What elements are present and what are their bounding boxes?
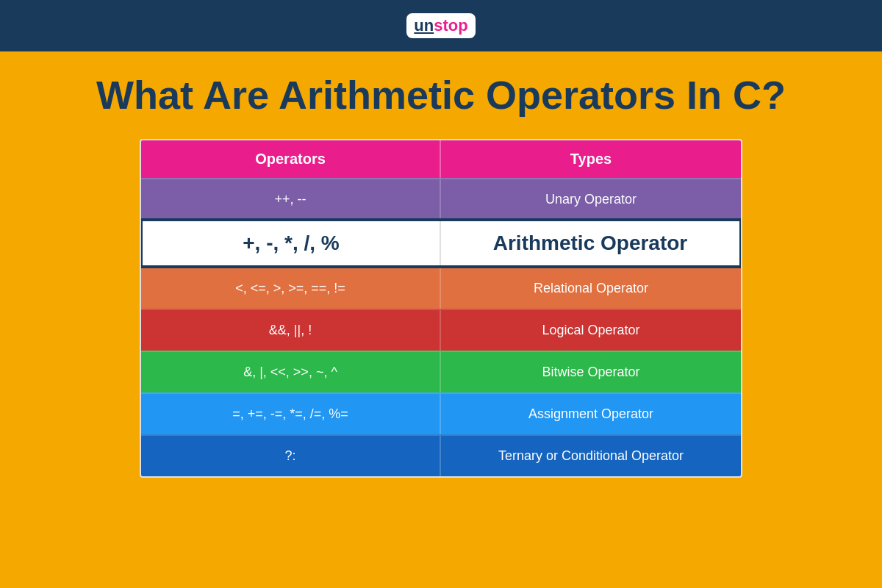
type-cell: Unary Operator: [441, 179, 741, 220]
type-cell: Logical Operator: [441, 310, 741, 351]
operator-cell: ++, --: [141, 179, 441, 220]
page-title: What Are Arithmetic Operators In C?: [96, 74, 786, 117]
table-row: <, <=, >, >=, ==, != Relational Operator: [141, 267, 741, 309]
table-row: ?: Ternary or Conditional Operator: [141, 434, 741, 476]
logo-box: unstop: [406, 13, 475, 38]
main-content: What Are Arithmetic Operators In C? Oper…: [0, 51, 882, 588]
logo: unstop: [414, 16, 467, 35]
type-cell: Arithmetic Operator: [441, 221, 739, 265]
table-body: ++, -- Unary Operator +, -, *, /, % Arit…: [141, 178, 741, 476]
operator-cell: <, <=, >, >=, ==, !=: [141, 268, 441, 309]
operator-cell: ?:: [141, 436, 441, 476]
header: unstop: [0, 0, 882, 51]
type-cell: Bitwise Operator: [441, 352, 741, 392]
table-row: =, +=, -=, *=, /=, %= Assignment Operato…: [141, 392, 741, 434]
table-row: &, |, <<, >>, ~, ^ Bitwise Operator: [141, 351, 741, 392]
logo-stop: stop: [434, 16, 467, 35]
logo-container: unstop: [406, 13, 475, 38]
type-cell: Relational Operator: [441, 268, 741, 309]
type-cell: Ternary or Conditional Operator: [441, 436, 741, 476]
operator-cell: &&, ||, !: [141, 310, 441, 351]
col2-header: Types: [441, 140, 741, 178]
operator-cell: &, |, <<, >>, ~, ^: [141, 352, 441, 392]
table-row: &&, ||, ! Logical Operator: [141, 309, 741, 351]
table-row: +, -, *, /, % Arithmetic Operator: [140, 218, 742, 268]
logo-un: un: [414, 16, 434, 35]
table-row: ++, -- Unary Operator: [141, 178, 741, 220]
table-header: Operators Types: [141, 140, 741, 178]
col1-header: Operators: [141, 140, 441, 178]
type-cell: Assignment Operator: [441, 394, 741, 434]
operators-table: Operators Types ++, -- Unary Operator +,…: [140, 139, 742, 478]
operator-cell: +, -, *, /, %: [143, 221, 441, 265]
operator-cell: =, +=, -=, *=, /=, %=: [141, 394, 441, 434]
